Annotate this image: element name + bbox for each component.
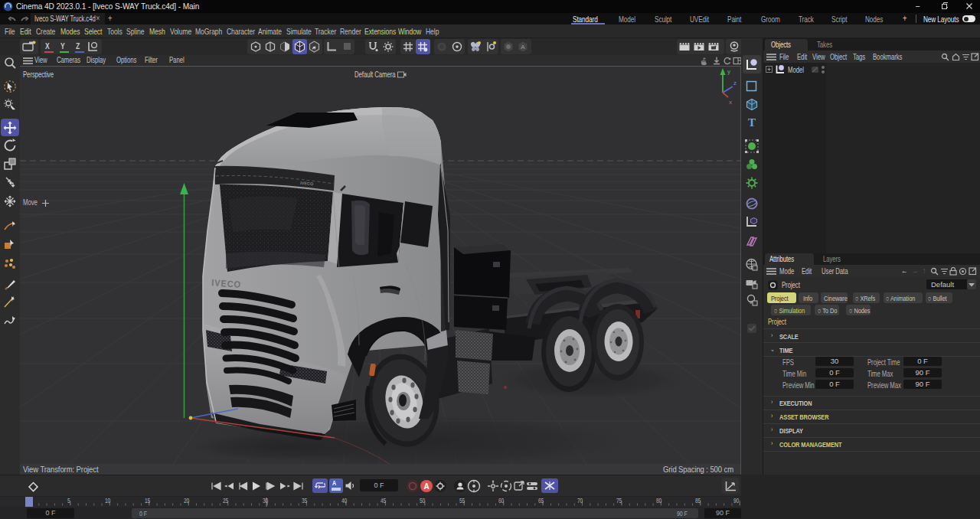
svg-text:A: A <box>521 44 525 51</box>
svg-text:A: A <box>423 482 429 491</box>
svg-text:z: z <box>733 80 737 86</box>
svg-text:T: T <box>748 116 756 129</box>
svg-text:y: y <box>727 68 730 75</box>
svg-text:IVECO: IVECO <box>300 181 314 186</box>
svg-text:x: x <box>729 99 732 106</box>
